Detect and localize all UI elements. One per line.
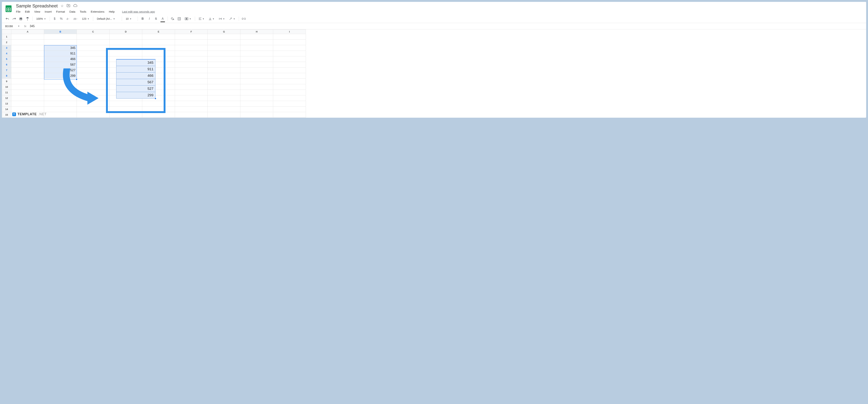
cell-B3[interactable]: 345 xyxy=(44,45,77,51)
row-header-10[interactable]: 10 xyxy=(2,84,11,90)
cloud-icon[interactable] xyxy=(73,4,78,8)
font-select[interactable]: Default (Ari...▼ xyxy=(95,17,120,20)
row-header-9[interactable]: 9 xyxy=(2,79,11,84)
watermark-text: TEMPLATE xyxy=(18,112,37,116)
col-header-B[interactable]: B xyxy=(44,30,77,34)
row-header-7[interactable]: 7 xyxy=(2,67,11,73)
callout-cell-2: 911 xyxy=(116,66,155,72)
cell-B5[interactable]: 466 xyxy=(44,56,77,62)
toolbar: 100%▼ $ % .0← .00→ 123▼ Default (Ari...▼… xyxy=(2,15,866,23)
star-icon[interactable]: ☆ xyxy=(61,4,64,8)
paint-format-button[interactable] xyxy=(25,16,30,21)
select-all-corner[interactable] xyxy=(2,30,11,34)
row-header-4[interactable]: 4 xyxy=(2,51,11,56)
move-icon[interactable] xyxy=(67,4,70,8)
menu-file[interactable]: File xyxy=(16,9,21,14)
callout-cell-6: 299 xyxy=(116,92,155,98)
row-header-12[interactable]: 12 xyxy=(2,95,11,101)
row-header-3[interactable]: 3 xyxy=(2,45,11,51)
cell-B8[interactable]: 299 xyxy=(44,73,77,79)
col-header-H[interactable]: H xyxy=(241,30,273,34)
italic-button[interactable]: I xyxy=(147,16,152,21)
zoom-select[interactable]: 100%▼ xyxy=(35,17,48,20)
menu-extensions[interactable]: Extensions xyxy=(91,9,104,14)
font-size-select[interactable]: 10▼ xyxy=(124,17,135,20)
app-window: Sample Spreadsheet ☆ File Edit View Inse… xyxy=(2,2,866,118)
fx-label: fx xyxy=(24,25,26,28)
cell-B4[interactable]: 911 xyxy=(44,51,77,56)
menu-format[interactable]: Format xyxy=(56,9,65,14)
borders-button[interactable] xyxy=(177,16,182,21)
cell-reference[interactable]: B3:B8▼ xyxy=(4,24,21,28)
format-select[interactable]: 123▼ xyxy=(81,17,91,20)
doc-title[interactable]: Sample Spreadsheet xyxy=(16,3,58,8)
col-header-D[interactable]: D xyxy=(110,30,142,34)
watermark-net: .NET xyxy=(38,112,47,116)
callout-handle xyxy=(155,98,156,99)
bold-button[interactable]: B xyxy=(140,16,145,21)
menu-insert[interactable]: Insert xyxy=(44,9,52,14)
decrease-decimal-button[interactable]: .0← xyxy=(65,16,71,21)
callout-cell-4: 567 xyxy=(116,79,155,85)
watermark: T TEMPLATE.NET xyxy=(12,112,47,116)
col-header-A[interactable]: A xyxy=(11,30,44,34)
header: Sample Spreadsheet ☆ File Edit View Inse… xyxy=(2,2,866,15)
row-header-6[interactable]: 6 xyxy=(2,62,11,67)
print-button[interactable] xyxy=(18,16,24,21)
watermark-icon: T xyxy=(12,113,16,116)
menu-help[interactable]: Help xyxy=(109,9,115,14)
undo-button[interactable] xyxy=(5,16,10,21)
menu-data[interactable]: Data xyxy=(69,9,75,14)
col-header-F[interactable]: F xyxy=(175,30,208,34)
cell-B7[interactable]: 527 xyxy=(44,67,77,73)
spreadsheet[interactable]: A B C D E F G H I 1 2 3345 4911 5466 656… xyxy=(2,29,866,118)
redo-button[interactable] xyxy=(11,16,17,21)
increase-decimal-button[interactable]: .00→ xyxy=(72,16,79,21)
row-header-5[interactable]: 5 xyxy=(2,56,11,62)
row-header-11[interactable]: 11 xyxy=(2,90,11,95)
row-header-14[interactable]: 14 xyxy=(2,106,11,112)
svg-rect-6 xyxy=(20,19,22,20)
callout-cell-5: 527 xyxy=(116,85,155,92)
fill-color-button[interactable] xyxy=(170,16,175,21)
row-header-13[interactable]: 13 xyxy=(2,101,11,106)
col-header-I[interactable]: I xyxy=(273,30,306,34)
row-header-1[interactable]: 1 xyxy=(2,34,11,40)
formula-input[interactable]: 345 xyxy=(30,25,35,28)
halign-select[interactable]: ▼ xyxy=(197,18,206,20)
sheets-logo[interactable] xyxy=(5,5,12,12)
title-area: Sample Spreadsheet ☆ File Edit View Inse… xyxy=(16,3,155,14)
cell-B6[interactable]: 567 xyxy=(44,62,77,67)
text-color-button[interactable]: A xyxy=(160,16,165,21)
currency-button[interactable]: $ xyxy=(52,16,57,21)
svg-rect-7 xyxy=(27,17,28,19)
menu-tools[interactable]: Tools xyxy=(80,9,86,14)
merge-select[interactable]: ▼ xyxy=(183,18,193,20)
svg-rect-4 xyxy=(20,18,22,18)
valign-select[interactable]: ▼ xyxy=(207,18,216,20)
wrap-select[interactable]: ▼ xyxy=(217,18,226,20)
rotate-select[interactable]: ▼ xyxy=(228,18,237,20)
menu-edit[interactable]: Edit xyxy=(25,9,30,14)
selection-handle[interactable] xyxy=(76,79,78,80)
edit-status[interactable]: Last edit was seconds ago xyxy=(122,10,155,13)
callout-cell-1: 345 xyxy=(116,59,155,66)
formula-bar: B3:B8▼ fx 345 xyxy=(2,23,866,29)
col-header-G[interactable]: G xyxy=(208,30,241,34)
col-header-C[interactable]: C xyxy=(77,30,110,34)
row-header-2[interactable]: 2 xyxy=(2,40,11,45)
svg-point-8 xyxy=(173,19,174,20)
col-header-E[interactable]: E xyxy=(142,30,175,34)
menu-bar: File Edit View Insert Format Data Tools … xyxy=(16,9,155,14)
callout-cell-3: 466 xyxy=(116,72,155,79)
percent-button[interactable]: % xyxy=(59,16,64,21)
row-header-8[interactable]: 8 xyxy=(2,73,11,79)
link-button[interactable] xyxy=(241,16,246,21)
callout-content: 345 911 466 567 527 299 xyxy=(116,59,155,98)
menu-view[interactable]: View xyxy=(34,9,40,14)
strikethrough-button[interactable]: S xyxy=(153,16,159,21)
row-header-15[interactable]: 15 xyxy=(2,112,11,118)
